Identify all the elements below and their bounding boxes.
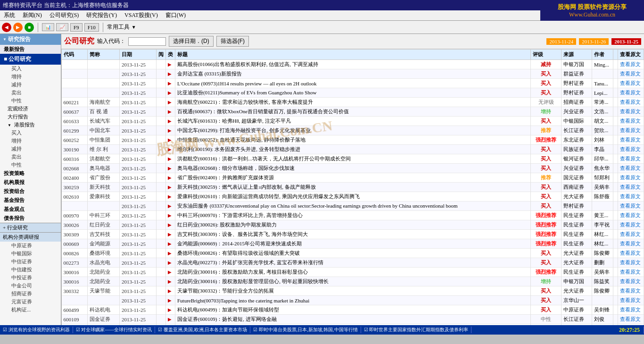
toolbar-f9[interactable]: F9	[70, 23, 83, 32]
toolbar-f10[interactable]: F10	[84, 23, 99, 32]
cell-title[interactable]: 金邦达宝嘉 (03315)新股报告	[175, 69, 531, 79]
cell-action[interactable]: 查看原文	[618, 183, 644, 192]
sidebar-inst-zhongyin[interactable]: 中银国际	[0, 250, 61, 258]
cell-title[interactable]: 比亚迪股份(01211)Summary of EVs from Guangzho…	[175, 88, 531, 98]
sidebar-morning-report[interactable]: 机构晨报	[0, 178, 61, 187]
sidebar-sub-sell1[interactable]: 卖出	[0, 89, 61, 97]
cell-title[interactable]: 戴高股份(01066)出售柏盛股权长期利好, 估值过高, 下调至减持	[175, 60, 531, 69]
cell-title[interactable]: 中国北车(601299)：拟发行债, 迎来值入感良机	[175, 324, 531, 326]
cell-title[interactable]: 长城汽车(601633)：哈弗H8, 超级豪华, 注定不平凡	[175, 117, 531, 126]
nav-back-btn[interactable]: ◀	[2, 23, 11, 32]
menu-window[interactable]: 窗口(W)	[162, 10, 190, 20]
cell-title[interactable]: 奥马电器(002668)：细分市场称雄，国际化步伐加速	[175, 164, 531, 173]
cell-title[interactable]: 水晶光电(002273)：外延扩张完善光学技术, 蓝宝石带来补涨行情	[175, 258, 531, 268]
cell-action[interactable]: 查看原文	[618, 79, 644, 88]
sidebar-portfolio[interactable]: 投资组合	[0, 187, 61, 196]
sidebar-sub-neutral1[interactable]: 中性	[0, 97, 61, 105]
cell-action[interactable]: 查看原文	[618, 268, 644, 277]
toolbar-icon1[interactable]: 📊	[42, 23, 54, 31]
cell-action[interactable]: 查看原文	[618, 126, 644, 135]
sidebar-sub-buy2[interactable]: 买入	[0, 129, 61, 137]
cell-action[interactable]: 查看原文	[618, 135, 644, 145]
menu-news[interactable]: 新闻(N)	[19, 10, 46, 20]
cell-title[interactable]: 中国北车(601299): 打造海外融投资平台, 创多元化发展基业	[175, 126, 531, 135]
sidebar-inst-zhongxin[interactable]: 中信证券	[0, 258, 61, 266]
cell-title[interactable]: 天壕节能(300332)：节能行业全方位的拓展	[175, 286, 531, 296]
cell-action[interactable]: 查看原文	[618, 286, 644, 296]
sidebar-inst-more[interactable]: 机构证...	[0, 306, 61, 314]
sidebar-company-research-selected[interactable]: ■ 公司研究	[0, 54, 61, 65]
sidebar-inst-zhongtou[interactable]: 中投证券	[0, 274, 61, 282]
nav-stop-btn[interactable]: ■	[25, 23, 34, 32]
menu-research[interactable]: 研究报告(Y)	[83, 10, 121, 20]
cell-action[interactable]: 查看原文	[618, 173, 644, 183]
cell-title[interactable]: 新天科技(300259)：燃气表认证上量±内部改制, 备战产能释放	[175, 183, 531, 192]
menu-system[interactable]: 系统	[0, 10, 19, 20]
cell-title[interactable]: 海南航空(600221)：需求和运力较快增长, 客座率大幅度提升	[175, 98, 531, 107]
cell-title[interactable]: 省广股份(002400)：并购雅阁扩充媒体资源	[175, 173, 531, 183]
cell-action[interactable]: 查看原文	[618, 249, 644, 258]
cell-action[interactable]: 查看原文	[618, 211, 644, 220]
cell-action[interactable]: 查看原文	[618, 107, 644, 117]
cell-title[interactable]: 吉艾科技(300309)：设备、服务比翼齐飞, 海外市场空间大	[175, 230, 531, 239]
menu-vsat[interactable]: VSAT股搜(V)	[121, 10, 162, 20]
cell-action[interactable]: 查看原文	[618, 315, 644, 324]
sidebar-sub-buy1[interactable]: 买入	[0, 65, 61, 73]
cell-title[interactable]: 维尔利(300190): 水务固废齐头并进, 业务转型稳步推进	[175, 145, 531, 154]
cell-title[interactable]: 红日药业(300026): 股权激励为中期发展助力	[175, 220, 531, 230]
sidebar-fund-report[interactable]: 基金报告	[0, 196, 61, 205]
sidebar-bond-report[interactable]: 债务报告	[0, 214, 61, 223]
cell-action[interactable]: 查看原文	[618, 60, 644, 69]
cell-action[interactable]: 查看原文	[618, 277, 644, 286]
cell-title[interactable]: 安东油田服务 (03337)Unconventional play on Chi…	[175, 201, 531, 211]
sidebar-inst-zhongjin[interactable]: 中金公司	[0, 282, 61, 290]
sidebar-major-report[interactable]: 大行报告	[0, 113, 61, 121]
cell-action[interactable]: 查看原文	[618, 88, 644, 98]
cell-title[interactable]: 金鸿能源(000669)：2014-2015年公司将迎来快速成长期	[175, 239, 531, 249]
code-input[interactable]	[128, 37, 166, 46]
cell-title[interactable]: 科达机电(600499)：加速向节能环保领域转型	[175, 305, 531, 315]
cell-action[interactable]: 查看原文	[618, 201, 644, 211]
nav-forward-btn[interactable]: ▶	[13, 23, 23, 32]
sidebar-sub-increase1[interactable]: 增持	[0, 73, 61, 81]
cell-title[interactable]: FutureBright(00703)Tapping into the cate…	[175, 296, 531, 305]
sidebar-strategy[interactable]: 投资策略	[0, 169, 61, 178]
sidebar-hk-reports[interactable]: ▼ 港股报告	[0, 121, 61, 129]
toolbar-icon2[interactable]: 📈	[56, 23, 68, 31]
toolbar-tools-arrow[interactable]: ▼	[132, 25, 136, 30]
cell-title[interactable]: 北陆药业(300016)：股权激励彰显管理层信心, 明年起重回较快增长	[175, 277, 531, 286]
cell-action[interactable]: 查看原文	[618, 145, 644, 154]
sidebar-section-research[interactable]: ▼ 研究报告	[0, 34, 61, 45]
cell-action[interactable]: 查看原文	[618, 164, 644, 173]
date-badge-2[interactable]: 2013-11-26	[579, 38, 609, 45]
cell-title[interactable]: 北陆药业(300016)：股权激励助力发展, 考核目标彰显信心	[175, 268, 531, 277]
sidebar-sub-decrease2[interactable]: 减持	[0, 145, 61, 153]
sidebar-inst-yuanfu[interactable]: 元富证券	[0, 298, 61, 306]
sidebar-sub-increase2[interactable]: 增持	[0, 137, 61, 145]
cell-title[interactable]: 桑德环境(000826)：有望取得垃圾收运领域的重大突破	[175, 249, 531, 258]
date-select-btn[interactable]: 选择日期．(D)	[169, 36, 214, 47]
sidebar-inst-zhongxinjt[interactable]: 中信建投	[0, 266, 61, 274]
sidebar-sub-sell2[interactable]: 卖出	[0, 153, 61, 161]
cell-title[interactable]: L'Occitane (00973)1H14 results preview —…	[175, 79, 531, 88]
cell-action[interactable]: 查看原文	[618, 258, 644, 268]
cell-action[interactable]: 查看原文	[618, 230, 644, 239]
date-badge-1[interactable]: 2013-11-24	[546, 38, 576, 45]
cell-title[interactable]: 百视通(600637)：微软XboxOne首日销量破百万, 提振与百视通合资公司…	[175, 107, 531, 117]
sidebar-fund-view[interactable]: 基金观点	[0, 205, 61, 214]
cell-title[interactable]: 国金证券(600109)：扬长避短, 进军网络金融	[175, 315, 531, 324]
sidebar-industry-section[interactable]: + 行业研究	[0, 223, 61, 232]
sidebar-sub-decrease1[interactable]: 减持	[0, 81, 61, 89]
sidebar-latest-reports[interactable]: 最新报告	[0, 45, 61, 54]
cell-action[interactable]: 查看原文	[618, 220, 644, 230]
cell-action[interactable]: 查看原文	[618, 117, 644, 126]
cell-action[interactable]: 查看原文	[618, 305, 644, 315]
cell-title[interactable]: 爱康科技(002610)：向新能源运营商成功转型, 乘国内光伏应用爆发之东风而腾…	[175, 192, 531, 201]
cell-title[interactable]: 中科三环(000970)：下游需求环比上升, 高管增持显信心	[175, 211, 531, 220]
date-badge-3[interactable]: 2013-11-25	[611, 38, 641, 45]
sidebar-inst-zhongyuan[interactable]: 中原证券	[0, 242, 61, 250]
sidebar-inst-zhaoshang[interactable]: 招商证券	[0, 290, 61, 298]
cell-action[interactable]: 查看原文	[618, 296, 644, 305]
cell-action[interactable]: 查看原文	[618, 324, 644, 326]
cell-action[interactable]: 查看原文	[618, 239, 644, 249]
